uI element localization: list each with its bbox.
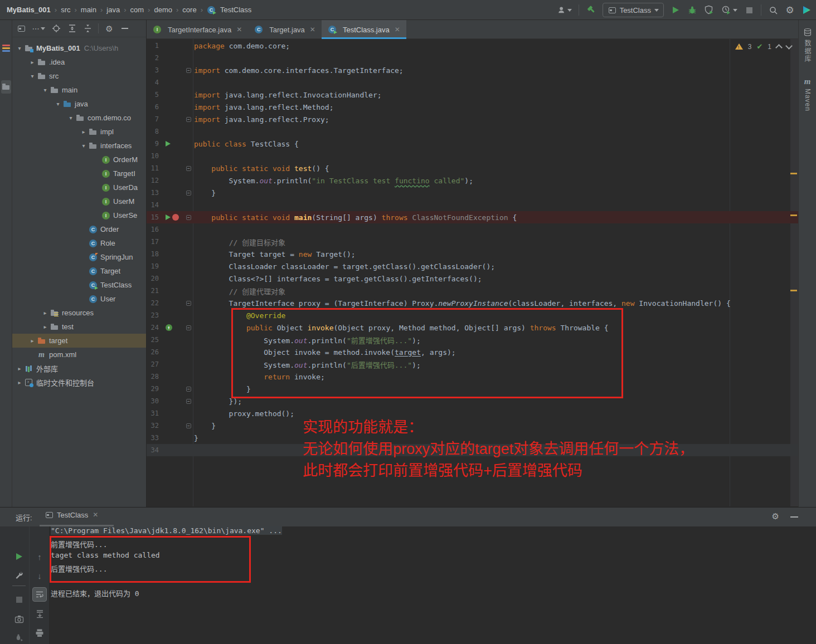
scroll-end-icon[interactable]: [34, 608, 45, 619]
fold-marker-icon[interactable]: −: [186, 117, 191, 122]
override-icon[interactable]: ↑: [166, 324, 172, 331]
run-button[interactable]: [671, 5, 681, 15]
tree-chevron-icon[interactable]: ▾: [66, 115, 76, 121]
line-number[interactable]: 16: [147, 226, 159, 233]
line-number[interactable]: 5: [147, 91, 159, 99]
close-icon[interactable]: ✕: [236, 26, 242, 33]
line-number[interactable]: 31: [147, 409, 159, 417]
user-icon[interactable]: [557, 5, 572, 15]
bookmarks-icon[interactable]: [2, 45, 10, 52]
debug-bug-icon[interactable]: [687, 5, 697, 15]
breadcrumb-item-java[interactable]: java: [106, 6, 120, 14]
tree-item-pom.xml[interactable]: pom.xml: [12, 348, 146, 362]
hide-panel-icon[interactable]: [120, 23, 130, 33]
line-number[interactable]: 13: [147, 189, 159, 197]
line-number[interactable]: 17: [147, 238, 159, 246]
tree-item-src[interactable]: ▾src: [12, 69, 146, 83]
fold-region[interactable]: −: [184, 191, 193, 196]
tree-chevron-icon[interactable]: ▾: [53, 101, 63, 107]
line-number[interactable]: 33: [147, 434, 159, 442]
prev-issue-icon[interactable]: [775, 44, 783, 51]
breadcrumb[interactable]: MyBatis_001›src›main›java›com›demo›core›…: [0, 6, 251, 14]
tree-item-UserM[interactable]: UserM: [12, 194, 146, 208]
line-number[interactable]: 10: [147, 152, 159, 160]
close-icon[interactable]: ✕: [93, 511, 98, 519]
line-number[interactable]: 6: [147, 103, 159, 111]
tree-chevron-icon[interactable]: ▾: [14, 45, 25, 51]
gear-icon[interactable]: ⚙: [104, 23, 114, 33]
build-hammer-icon[interactable]: [586, 5, 596, 15]
fold-marker-icon[interactable]: −: [186, 387, 191, 392]
line-number[interactable]: 3: [147, 66, 159, 74]
breadcrumb-item-src[interactable]: src: [61, 6, 70, 14]
breadcrumb-item-core[interactable]: core: [182, 6, 196, 14]
fold-marker-icon[interactable]: −: [186, 191, 191, 196]
line-number[interactable]: 28: [147, 373, 159, 380]
tab-TargetInterface.java[interactable]: TargetInterface.java✕: [147, 20, 248, 39]
fold-region[interactable]: −: [184, 166, 193, 171]
tree-item-UserDa[interactable]: UserDa: [12, 180, 146, 194]
printer-icon[interactable]: [34, 627, 45, 638]
tree-item-Order[interactable]: Order: [12, 222, 146, 236]
scrollbar-warning-mark[interactable]: [790, 173, 797, 174]
project-tool-icon[interactable]: [1, 80, 11, 94]
breadcrumb-item-main[interactable]: main: [81, 6, 96, 14]
line-number[interactable]: 29: [147, 385, 159, 393]
run-icon[interactable]: [166, 141, 171, 147]
line-number[interactable]: 27: [147, 360, 159, 368]
run-config-combo[interactable]: TestClass: [603, 3, 664, 17]
line-number[interactable]: 7: [147, 115, 159, 123]
scrollbar-warning-mark[interactable]: [790, 290, 797, 291]
line-number[interactable]: 1: [147, 42, 159, 50]
line-number[interactable]: 11: [147, 164, 159, 172]
tree-item-target[interactable]: ▸target: [12, 334, 146, 348]
breadcrumb-item-MyBatis_001[interactable]: MyBatis_001: [7, 6, 51, 14]
collapse-all-icon[interactable]: [82, 23, 93, 33]
tree-item-impl[interactable]: ▸impl: [12, 125, 146, 139]
tree-item-Target[interactable]: Target: [12, 264, 146, 278]
tree-item-test[interactable]: ▸test: [12, 320, 146, 334]
line-number[interactable]: 32: [147, 422, 159, 430]
breadcrumb-item-com[interactable]: com: [130, 6, 144, 14]
tree-item-resources[interactable]: ▸resources: [12, 306, 146, 320]
tab-Target.java[interactable]: Target.java✕: [248, 20, 322, 39]
close-icon[interactable]: ✕: [395, 26, 400, 33]
tab-TestClass.java[interactable]: TestClass.java✕: [322, 20, 406, 39]
view-options-icon[interactable]: ⋯: [31, 23, 46, 33]
ide-logo-icon[interactable]: [802, 5, 812, 15]
line-number[interactable]: 15: [147, 213, 159, 221]
tree-chevron-icon[interactable]: ▸: [27, 59, 37, 65]
tree-item-TargetI[interactable]: TargetI: [12, 167, 146, 180]
tree-chevron-icon[interactable]: ▸: [79, 129, 89, 135]
breakpoint-icon[interactable]: [172, 214, 179, 221]
line-number[interactable]: 9: [147, 140, 159, 148]
soft-wrap-icon[interactable]: [32, 587, 47, 602]
line-number[interactable]: 26: [147, 348, 159, 356]
gutter-icons[interactable]: [159, 214, 184, 221]
close-icon[interactable]: ✕: [310, 26, 315, 33]
fold-region[interactable]: −: [184, 399, 193, 404]
tree-item-.idea[interactable]: ▸.idea: [12, 55, 146, 69]
tree-item-main[interactable]: ▾main: [12, 83, 146, 97]
line-number[interactable]: 23: [147, 311, 159, 319]
wrench-icon[interactable]: [13, 570, 25, 581]
line-number[interactable]: 34: [147, 446, 159, 454]
project-view-icon[interactable]: [17, 24, 26, 33]
fold-region[interactable]: −: [184, 387, 193, 392]
gutter-icons[interactable]: [159, 141, 184, 147]
tree-chevron-icon[interactable]: ▸: [40, 324, 50, 330]
tree-item-OrderM[interactable]: OrderM: [12, 153, 146, 167]
database-tool-button[interactable]: 数据库: [799, 28, 816, 63]
tree-item-UserSe[interactable]: UserSe: [12, 208, 146, 222]
tree-item-SpringJun[interactable]: SpringJun: [12, 250, 146, 264]
tree-item-interfaces[interactable]: ▾interfaces: [12, 139, 146, 153]
line-number[interactable]: 25: [147, 336, 159, 344]
line-number[interactable]: 21: [147, 287, 159, 295]
inspections-widget[interactable]: 3 ✔ 1: [735, 42, 791, 51]
tree-item-java[interactable]: ▾java: [12, 97, 146, 111]
fold-marker-icon[interactable]: −: [186, 166, 191, 171]
tree-chevron-icon[interactable]: ▸: [40, 310, 50, 316]
line-number[interactable]: 4: [147, 79, 159, 86]
tree-chevron-icon[interactable]: ▾: [27, 73, 37, 79]
hide-console-icon[interactable]: [790, 516, 798, 518]
